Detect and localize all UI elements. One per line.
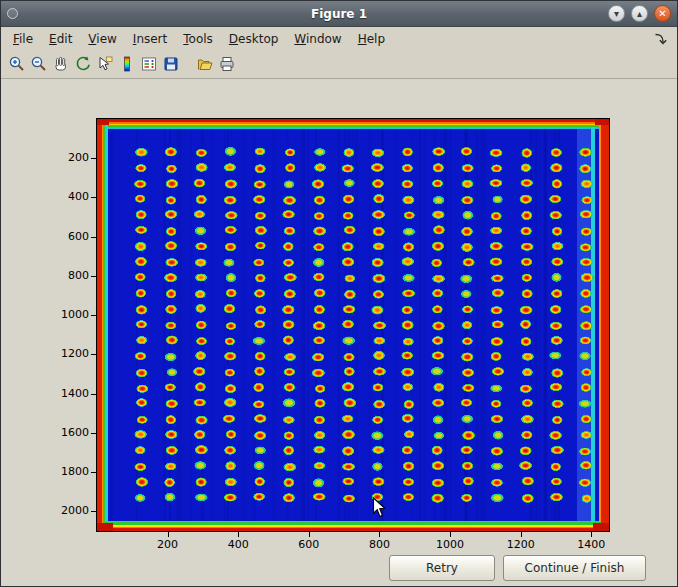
titlebar-buttons: ▾ ▴ ✕ xyxy=(608,5,671,22)
x-tick-label: 800 xyxy=(359,538,399,551)
x-tick-mark xyxy=(450,532,451,537)
x-tick-label: 1000 xyxy=(430,538,470,551)
y-tick-mark xyxy=(91,197,96,198)
y-tick-mark xyxy=(91,354,96,355)
data-cursor-icon[interactable] xyxy=(94,53,116,75)
print-icon[interactable] xyxy=(216,53,238,75)
titlebar[interactable]: Figure 1 ▾ ▴ ✕ xyxy=(1,1,677,27)
zoom-in-icon[interactable] xyxy=(6,53,28,75)
retry-button[interactable]: Retry xyxy=(389,555,495,581)
toolbar-separator xyxy=(182,53,194,75)
y-tick-mark xyxy=(91,472,96,473)
x-tick-label: 1400 xyxy=(571,538,611,551)
figure-client-area: 2004006008001000120014001600180020002004… xyxy=(1,79,677,587)
y-tick-mark xyxy=(91,237,96,238)
colorbar-icon[interactable] xyxy=(116,53,138,75)
pan-icon[interactable] xyxy=(50,53,72,75)
menu-tools[interactable]: Tools xyxy=(175,29,221,49)
y-tick-label: 800 xyxy=(45,269,89,282)
toolbar xyxy=(1,50,677,79)
x-tick-label: 200 xyxy=(148,538,188,551)
microarray-image[interactable] xyxy=(97,119,609,531)
x-tick-label: 400 xyxy=(218,538,258,551)
y-tick-mark xyxy=(91,276,96,277)
open-icon[interactable] xyxy=(194,53,216,75)
y-tick-label: 1600 xyxy=(45,426,89,439)
y-tick-mark xyxy=(91,394,96,395)
y-tick-label: 2000 xyxy=(45,504,89,517)
y-tick-mark xyxy=(91,511,96,512)
menu-help[interactable]: Help xyxy=(350,29,393,49)
y-tick-mark xyxy=(91,315,96,316)
y-tick-label: 1200 xyxy=(45,347,89,360)
y-tick-label: 400 xyxy=(45,190,89,203)
dock-figure-icon[interactable] xyxy=(647,30,673,48)
menu-desktop[interactable]: Desktop xyxy=(221,29,287,49)
rotate-3d-icon[interactable] xyxy=(72,53,94,75)
window-title: Figure 1 xyxy=(1,7,677,21)
close-button[interactable]: ✕ xyxy=(654,5,671,22)
y-tick-label: 1000 xyxy=(45,308,89,321)
zoom-out-icon[interactable] xyxy=(28,53,50,75)
shade-button[interactable]: ▾ xyxy=(608,5,625,22)
x-tick-mark xyxy=(309,532,310,537)
x-tick-mark xyxy=(591,532,592,537)
menubar: File Edit View Insert Tools Desktop Wind… xyxy=(1,27,677,50)
plot-axes[interactable] xyxy=(96,118,610,532)
x-tick-mark xyxy=(238,532,239,537)
y-tick-mark xyxy=(91,158,96,159)
window-menu-icon[interactable] xyxy=(7,8,18,19)
x-tick-mark xyxy=(379,532,380,537)
continue-finish-button[interactable]: Continue / Finish xyxy=(503,555,646,581)
y-tick-label: 200 xyxy=(45,151,89,164)
x-tick-mark xyxy=(521,532,522,537)
x-tick-label: 600 xyxy=(289,538,329,551)
menu-edit[interactable]: Edit xyxy=(41,29,80,49)
legend-icon[interactable] xyxy=(138,53,160,75)
menu-view[interactable]: View xyxy=(80,29,124,49)
y-tick-mark xyxy=(91,433,96,434)
menu-window[interactable]: Window xyxy=(286,29,349,49)
menu-insert[interactable]: Insert xyxy=(125,29,175,49)
save-icon[interactable] xyxy=(160,53,182,75)
menu-file[interactable]: File xyxy=(5,29,41,49)
y-tick-label: 1400 xyxy=(45,387,89,400)
y-tick-label: 1800 xyxy=(45,465,89,478)
maximize-button[interactable]: ▴ xyxy=(631,5,648,22)
figure-window: Figure 1 ▾ ▴ ✕ File Edit View Insert Too… xyxy=(0,0,678,587)
x-tick-label: 1200 xyxy=(501,538,541,551)
y-tick-label: 600 xyxy=(45,230,89,243)
x-tick-mark xyxy=(168,532,169,537)
